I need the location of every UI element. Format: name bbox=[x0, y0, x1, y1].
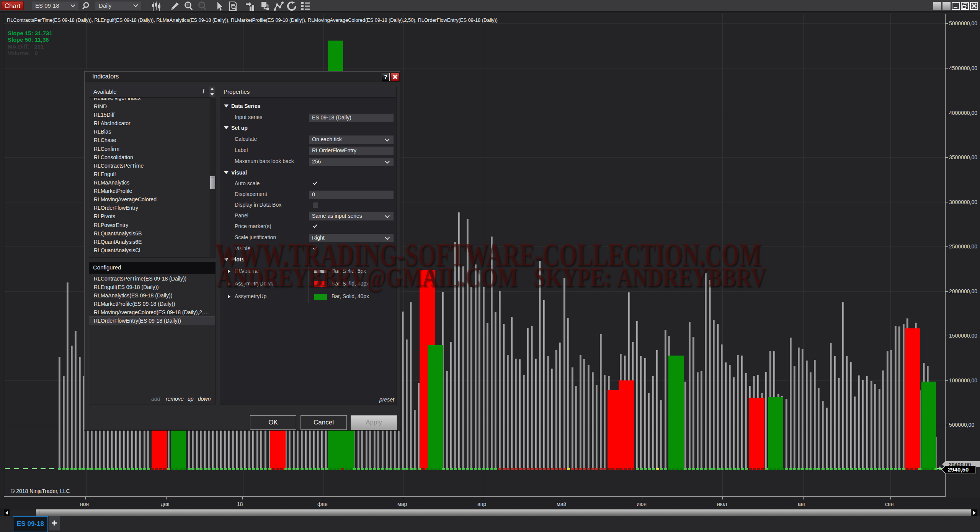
svg-text:2940,50: 2940,50 bbox=[948, 466, 969, 473]
